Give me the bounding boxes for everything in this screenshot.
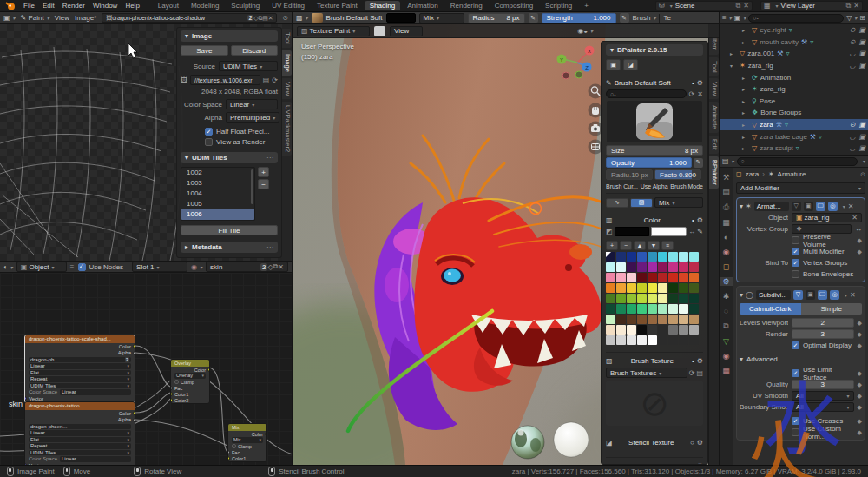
editor-type-icon[interactable]: ◐▾ [3, 263, 13, 271]
socket-color[interactable] [207, 368, 210, 372]
edit-mode-toggle[interactable]: ▽ [793, 290, 803, 300]
pressure-icon[interactable]: ✎ [694, 158, 703, 168]
view-layer-selector[interactable]: ▦▾ View Layer ⧉ ✕ [760, 1, 863, 10]
funnel-icon[interactable]: ▽▾ [846, 14, 857, 22]
gear-icon[interactable]: ⚙ [697, 216, 703, 224]
discard-button[interactable]: Discard [231, 45, 279, 56]
factor-slider[interactable]: Facto0.800 [654, 169, 701, 180]
palette-swatch[interactable] [679, 304, 688, 314]
texture-button[interactable]: ▨ [630, 198, 653, 208]
palette-swatch[interactable] [658, 325, 667, 335]
palette-swatch[interactable] [606, 273, 615, 282]
brush-search-input[interactable]: ○- [606, 89, 687, 98]
tab-constraints[interactable]: ⧉ [720, 321, 733, 331]
palette-swatch[interactable] [616, 262, 626, 272]
palette-swatch[interactable] [689, 304, 699, 314]
socket-color1[interactable] [170, 392, 173, 396]
blend-dropdown[interactable]: Mix▾ [232, 437, 263, 443]
palette-swatch[interactable] [679, 294, 688, 303]
filter-icon[interactable]: ▣▾ [734, 14, 746, 22]
image-texture-node[interactable]: dragon-phoenix-tattoo-scale-shad... Colo… [24, 335, 135, 403]
scrollbar[interactable] [251, 169, 253, 204]
tool-icon[interactable]: ▩▾ [296, 14, 308, 22]
options-dot-icon[interactable]: • [692, 216, 694, 224]
optimal-display-checkbox[interactable]: ✓ [792, 341, 799, 349]
blend-dropdown[interactable]: Overlay▾ [174, 373, 206, 379]
camera-icon[interactable]: ▣ [858, 133, 865, 141]
palette-swatch[interactable] [616, 325, 626, 335]
tab-modeling[interactable]: Modeling [186, 1, 224, 10]
projection-dropdown[interactable]: Flat▾ [29, 370, 131, 376]
add-workspace-button[interactable]: + [579, 1, 594, 10]
catmull-clark-button[interactable]: Catmull-Clark [740, 303, 801, 315]
texture-preview[interactable]: ⊘ [606, 381, 703, 426]
palette-swatch[interactable] [679, 335, 688, 345]
palette-swatch[interactable] [637, 252, 647, 262]
tab-output[interactable]: ⎙ [720, 202, 733, 212]
cage-toggle[interactable]: ▣ [804, 202, 813, 211]
clamp-checkbox[interactable] [232, 444, 236, 448]
tab-tool[interactable]: ⚒ [720, 173, 733, 182]
eyedropper-icon[interactable]: ✎ [697, 228, 703, 235]
palette-swatch[interactable] [627, 335, 636, 345]
palette-swatch[interactable] [637, 315, 647, 324]
palette-down-button[interactable]: ▼ [648, 241, 660, 250]
brush-preview[interactable] [607, 101, 702, 142]
options-dot-icon[interactable]: • [692, 462, 694, 465]
half-float-checkbox[interactable]: ✓ [205, 128, 213, 136]
tab-use-alpha[interactable]: Use Alpha [641, 183, 668, 189]
gear-icon[interactable]: ⚙ [697, 462, 703, 465]
options-dot-icon[interactable]: • [692, 357, 694, 365]
clamp-checkbox[interactable] [174, 380, 179, 384]
palette-swatch[interactable] [648, 304, 657, 314]
preserve-volume-checkbox[interactable] [792, 236, 799, 244]
palette-swatch[interactable] [668, 283, 678, 293]
chevron-down-icon[interactable]: ▾ [843, 203, 845, 209]
tab-sculpting[interactable]: Sculpting [226, 1, 265, 10]
palette-swatch[interactable] [627, 315, 636, 324]
menu-window[interactable]: Window [93, 2, 117, 10]
node-image-datablock[interactable]: dragon-phoen... [29, 424, 131, 430]
blend-mode-dropdown[interactable]: Mix▾ [419, 13, 464, 23]
socket-color[interactable] [133, 411, 135, 415]
quality-field[interactable]: 3 [792, 380, 854, 389]
tab-animate[interactable]: Animate [709, 102, 719, 133]
colorspace-dropdown[interactable]: Linear [60, 389, 131, 395]
menu-image[interactable]: Image* [75, 14, 96, 22]
palette-swatch[interactable] [658, 294, 667, 303]
palette-swatch[interactable] [627, 283, 636, 293]
render-toggle[interactable]: ◎ [828, 202, 838, 211]
palette-swatch[interactable] [668, 335, 678, 345]
object-field[interactable]: ▣zara_rig✕ [792, 213, 862, 222]
source-dropdown[interactable]: UDIM Tiles▾ [219, 61, 278, 71]
scene-selector[interactable]: ⛁▾ Scene ⧉ ✕ [655, 1, 753, 10]
udim-tile-selected[interactable]: 1006 [181, 209, 254, 220]
metadata-panel-header[interactable]: ▸Metadata⋯ [181, 242, 278, 253]
palette-swatch[interactable] [616, 252, 626, 262]
socket-alpha[interactable] [133, 418, 135, 422]
palette-swatch[interactable] [658, 315, 667, 324]
node-title[interactable]: dragon-phoenix-tattoo [25, 402, 135, 410]
palette-swatch[interactable] [668, 273, 678, 282]
tab-shading[interactable]: Shading [365, 1, 400, 10]
eye-closed-icon[interactable]: ◡ [849, 144, 855, 152]
tab-object-data[interactable]: ▽ [720, 337, 733, 346]
eye-icon[interactable]: ⊙ [850, 121, 856, 129]
palette-swatch[interactable] [679, 315, 688, 324]
brush-textures-dropdown[interactable]: Brush Textures▾ [606, 368, 687, 378]
node-title[interactable]: dragon-phoenix-tattoo-scale-shad... [25, 335, 135, 343]
users-count[interactable]: 2 [260, 263, 267, 271]
palette-swatch[interactable] [668, 304, 678, 314]
alpha-dropdown[interactable]: Premultiplied▾ [226, 112, 279, 123]
source-dropdown[interactable]: UDIM Tiles▾ [29, 450, 131, 456]
tab-scripting[interactable]: Scripting [540, 1, 577, 10]
eye-icon[interactable]: ⊙ [850, 38, 856, 46]
realtime-toggle[interactable]: 🖵 [816, 202, 825, 211]
palette-swatch[interactable] [668, 294, 678, 303]
outliner-item[interactable]: ▸▽mouth cavity⚒▿⊙▣ [720, 36, 868, 49]
tab-particles[interactable]: ✱ [720, 292, 733, 301]
close-icon[interactable]: ✕ [848, 202, 854, 210]
udim-tile[interactable]: 1005 [181, 199, 254, 209]
close-icon[interactable]: ✕ [850, 291, 856, 299]
copy-icon[interactable]: ⧉ [846, 2, 852, 10]
